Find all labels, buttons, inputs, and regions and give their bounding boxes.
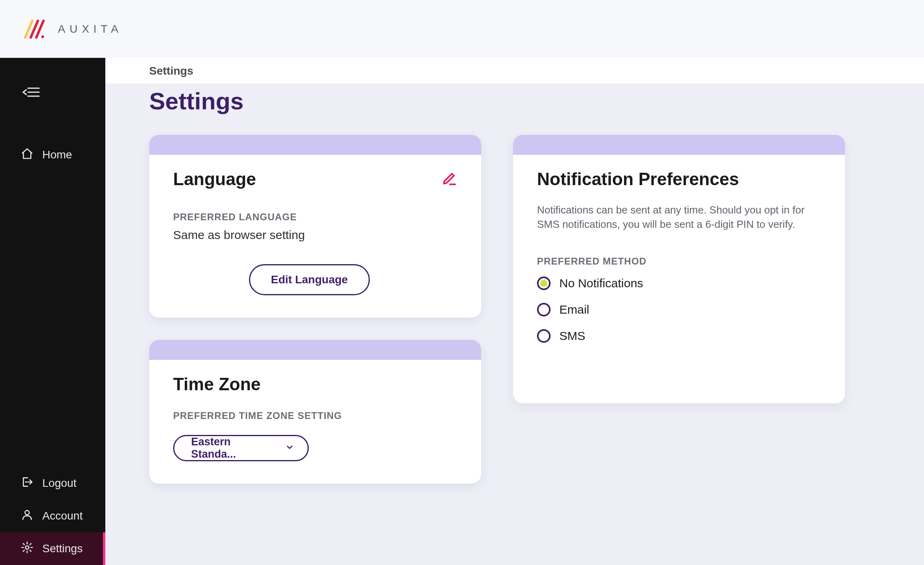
edit-icon <box>441 181 457 188</box>
logout-icon <box>21 476 34 491</box>
edit-language-icon-button[interactable] <box>441 170 457 188</box>
radio-icon <box>537 303 551 316</box>
sidebar-item-label: Home <box>42 148 72 161</box>
account-icon <box>21 508 34 524</box>
svg-point-4 <box>25 510 30 515</box>
timezone-selected-value: Eastern Standa... <box>191 436 277 460</box>
breadcrumb-text: Settings <box>149 65 193 77</box>
brand-bar: AUXITA <box>0 0 924 58</box>
gear-icon <box>21 541 34 557</box>
sidebar-item-account[interactable]: Account <box>0 500 105 532</box>
home-icon <box>21 147 34 163</box>
radio-icon <box>537 329 551 343</box>
content: Settings Settings Language <box>105 58 924 565</box>
chevron-down-icon <box>285 442 294 454</box>
notification-option-label: SMS <box>559 329 585 343</box>
notifications-card-title: Notification Preferences <box>537 169 739 189</box>
notification-option-label: Email <box>559 303 589 316</box>
sidebar-item-logout[interactable]: Logout <box>0 467 105 500</box>
language-subheading: PREFERRED LANGUAGE <box>173 211 457 223</box>
timezone-card-title: Time Zone <box>173 374 261 394</box>
collapse-icon <box>22 86 40 98</box>
brand-logo: AUXITA <box>22 19 122 39</box>
sidebar: Home Logout Account <box>0 58 105 565</box>
notification-option-sms[interactable]: SMS <box>537 329 821 343</box>
sidebar-item-label: Logout <box>42 477 77 490</box>
sidebar-item-label: Account <box>42 510 83 522</box>
language-card-title: Language <box>173 169 256 189</box>
brand-name: AUXITA <box>58 23 122 36</box>
notification-option-email[interactable]: Email <box>537 303 821 316</box>
card-accent <box>149 340 481 360</box>
timezone-subheading: PREFERRED TIME ZONE SETTING <box>173 410 457 421</box>
notifications-description: Notifications can be sent at any time. S… <box>537 203 821 232</box>
language-card: Language PR <box>149 135 481 318</box>
notification-option-label: No Notifications <box>559 277 643 290</box>
radio-icon <box>537 277 551 290</box>
sidebar-item-home[interactable]: Home <box>0 138 105 171</box>
timezone-select[interactable]: Eastern Standa... <box>173 435 309 461</box>
language-value: Same as browser setting <box>173 228 457 242</box>
timezone-card: Time Zone PREFERRED TIME ZONE SETTING Ea… <box>149 340 481 484</box>
notifications-subheading: PREFERRED METHOD <box>537 256 821 267</box>
notification-option-none[interactable]: No Notifications <box>537 277 821 290</box>
brand-mark-icon <box>22 19 47 39</box>
page-title: Settings <box>149 87 880 115</box>
card-accent <box>149 135 481 155</box>
card-accent <box>513 135 845 155</box>
edit-language-button[interactable]: Edit Language <box>249 264 370 295</box>
collapse-sidebar-button[interactable] <box>0 80 105 104</box>
svg-point-5 <box>26 545 29 549</box>
svg-point-0 <box>41 35 44 38</box>
sidebar-item-settings[interactable]: Settings <box>0 532 105 565</box>
sidebar-item-label: Settings <box>42 542 83 555</box>
notifications-card: Notification Preferences Notifications c… <box>513 135 845 403</box>
breadcrumb: Settings <box>105 58 924 84</box>
